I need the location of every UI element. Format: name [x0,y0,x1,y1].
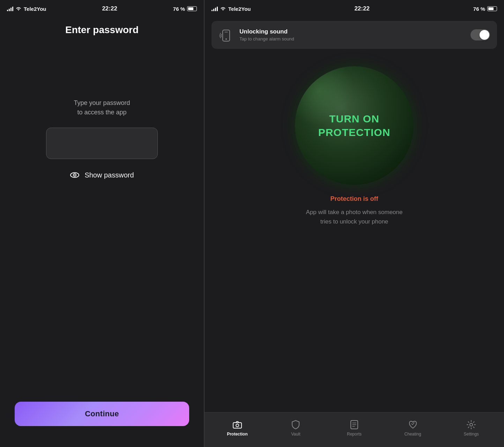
svg-rect-6 [233,423,242,428]
enter-password-subtitle: Type your passwordto access the app [74,98,130,117]
tab-reports[interactable]: Reports [340,420,368,437]
svg-point-12 [470,423,473,426]
right-wifi-icon [220,6,226,11]
right-signal-icon [212,6,218,11]
left-status-right: 76 % [173,6,197,12]
document-icon [349,420,359,430]
signal-icon [7,6,13,11]
heart-icon [408,420,418,430]
right-battery-pct: 76 % [473,6,485,12]
unlock-sound-icon [219,27,233,43]
left-panel: Tele2You 22:22 76 % Enter password Type … [0,0,204,447]
tab-vault[interactable]: Vault [282,420,310,437]
password-input[interactable] [46,128,157,159]
tab-settings-label: Settings [464,432,479,437]
eye-icon [70,170,80,180]
sound-subtitle: Tap to change alarm sound [239,36,465,41]
tab-bar: Protection Vault Reports [205,412,504,447]
enter-password-title: Enter password [65,24,139,36]
right-carrier: Tele2You [228,6,251,12]
tab-protection-label: Protection [227,432,247,437]
left-carrier: Tele2You [24,6,46,12]
sound-icon-wrap [218,27,234,43]
show-password-label: Show password [84,171,134,179]
camera-icon [232,420,242,430]
turn-on-protection-button[interactable]: TURN ON PROTECTION [295,66,414,185]
protection-description: App will take a photo when someonetries … [288,207,421,226]
right-battery-icon [487,6,497,11]
tab-vault-label: Vault [291,432,300,437]
sound-text: Unlocking sound Tap to change alarm soun… [239,28,465,41]
sound-title: Unlocking sound [239,28,465,35]
toggle-knob [480,30,489,40]
tab-cheating[interactable]: Cheating [399,420,427,437]
password-input-container[interactable] [46,128,158,159]
left-time: 22:22 [102,5,117,12]
protection-text-line2: PROTECTION [318,127,391,138]
right-status-bar: Tele2You 22:22 76 % [205,0,504,17]
tab-cheating-label: Cheating [405,432,421,437]
svg-point-5 [225,38,227,40]
left-status-left: Tele2You [7,6,46,12]
tab-settings[interactable]: Settings [457,420,485,437]
right-panel: Tele2You 22:22 76 % Unlocking sound Tap [205,0,504,447]
battery-icon [187,6,197,11]
svg-point-7 [236,424,239,427]
right-time: 22:22 [354,5,369,12]
svg-point-2 [74,175,75,176]
protection-circle-text: TURN ON PROTECTION [318,112,391,139]
unlocking-sound-toggle[interactable] [470,29,490,40]
protection-text-line1: TURN ON [329,113,379,124]
sound-card[interactable]: Unlocking sound Tap to change alarm soun… [212,21,497,49]
tab-reports-label: Reports [347,432,362,437]
tab-protection[interactable]: Protection [223,420,251,437]
wifi-icon [15,6,22,11]
show-password-row[interactable]: Show password [70,170,134,180]
right-battery-fill [488,7,494,10]
right-status-right: 76 % [473,6,497,12]
gear-icon [466,420,476,430]
shield-icon [291,420,301,430]
right-status-left: Tele2You [212,6,251,12]
left-status-bar: Tele2You 22:22 76 % [0,0,204,17]
battery-fill [188,7,193,10]
continue-button[interactable]: Continue [15,402,189,426]
protection-circle-wrap: TURN ON PROTECTION [295,66,414,185]
left-battery-pct: 76 % [173,6,185,12]
protection-status-label: Protection is off [330,195,378,203]
